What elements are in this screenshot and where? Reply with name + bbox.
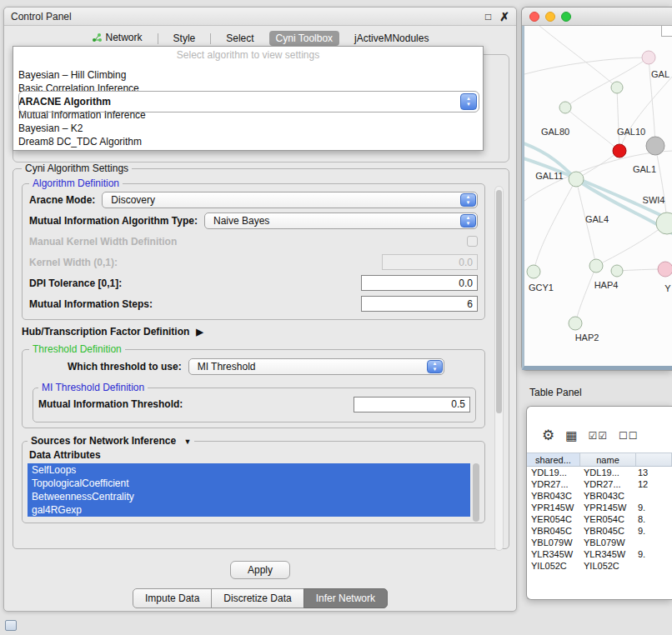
hub-definition-section[interactable]: Hub/Transcription Factor Definition ▶ bbox=[22, 320, 485, 343]
cell: YDR27... bbox=[527, 479, 580, 489]
network-node-highlighted[interactable] bbox=[613, 144, 626, 158]
table-row[interactable]: YIL052C YIL052C bbox=[527, 560, 672, 572]
kernel-width-field[interactable]: 0.0 bbox=[382, 254, 478, 270]
sources-legend[interactable]: Sources for Network Inference ▼ bbox=[28, 435, 194, 447]
gear-icon[interactable]: ⚙ bbox=[542, 427, 554, 444]
cell: 13 bbox=[636, 468, 672, 478]
table-row[interactable]: YLR345W YLR345W 9. bbox=[527, 548, 672, 560]
tab-impute-data[interactable]: Impute Data bbox=[133, 588, 212, 608]
tab-style[interactable]: Style bbox=[167, 31, 203, 46]
network-canvas[interactable]: GAL GAL80 GAL10 GAL11 GAL1 SWI4 GAL4 GCY… bbox=[522, 26, 672, 370]
threshold-definition-group: Threshold Definition Which threshold to … bbox=[22, 343, 485, 428]
tab-separator bbox=[210, 33, 211, 44]
settings-scrollbar-thumb[interactable] bbox=[496, 190, 502, 413]
network-node[interactable] bbox=[559, 102, 571, 113]
aracne-mode-value: Discovery bbox=[111, 194, 155, 206]
network-node[interactable] bbox=[589, 259, 603, 272]
kernel-width-label: Kernel Width (0,1): bbox=[29, 257, 118, 268]
algorithm-item[interactable]: Mutual Information Inference bbox=[13, 108, 483, 122]
table-row[interactable]: YDR27... YDR27... 12 bbox=[527, 478, 672, 490]
mi-type-row: Mutual Information Algorithm Type: Naive… bbox=[29, 210, 478, 231]
mi-threshold-label: Mutual Information Threshold: bbox=[38, 398, 183, 410]
dpi-tolerance-field[interactable]: 0.0 bbox=[361, 275, 478, 291]
tab-discretize-data[interactable]: Discretize Data bbox=[211, 588, 303, 608]
minimized-panel-icon[interactable] bbox=[5, 620, 17, 631]
table-row[interactable]: YDL19... YDL19... 13 bbox=[527, 467, 672, 478]
settings-scrollbar[interactable] bbox=[494, 186, 504, 551]
list-item[interactable]: gal4RGexp bbox=[28, 503, 470, 517]
scrollbar-corner-button[interactable] bbox=[661, 26, 672, 37]
cell: YBR043C bbox=[580, 491, 636, 501]
control-panel-titlebar: Control Panel □ ✗ bbox=[4, 8, 516, 26]
tab-select[interactable]: Select bbox=[219, 31, 260, 46]
network-node[interactable] bbox=[569, 317, 582, 330]
which-threshold-label: Which threshold to use: bbox=[68, 361, 182, 372]
close-icon[interactable]: ✗ bbox=[499, 10, 509, 23]
algorithm-item[interactable]: Bayesian – K2 bbox=[13, 122, 483, 135]
list-item[interactable]: SelfLoops bbox=[28, 463, 470, 477]
mi-steps-field[interactable]: 6 bbox=[361, 296, 478, 312]
list-item[interactable]: BetweennessCentrality bbox=[28, 490, 470, 503]
list-item[interactable]: TopologicalCoefficient bbox=[28, 477, 470, 490]
network-node[interactable] bbox=[611, 265, 623, 277]
cell: YDR27... bbox=[580, 479, 636, 489]
manual-kernel-checkbox[interactable] bbox=[467, 236, 478, 247]
tab-network[interactable]: Network bbox=[85, 30, 149, 47]
tab-cyni-toolbox[interactable]: Cyni Toolbox bbox=[269, 31, 339, 46]
node-label: GAL80 bbox=[541, 127, 569, 137]
cyni-algorithm-settings-group: Cyni Algorithm Settings Algorithm Defini… bbox=[13, 162, 509, 549]
table-row[interactable]: YPR145W YPR145W 9. bbox=[527, 502, 672, 513]
cell: YDL19... bbox=[580, 468, 636, 478]
cell: YBR045C bbox=[580, 526, 636, 536]
data-attributes-label: Data Attributes bbox=[28, 447, 479, 463]
aracne-mode-combo[interactable]: Discovery ▲ ▼ bbox=[102, 192, 478, 208]
cell: YPR145W bbox=[580, 502, 636, 512]
cell: YIL052C bbox=[527, 561, 580, 571]
mi-threshold-row: Mutual Information Threshold: 0.5 bbox=[38, 393, 470, 415]
cell: 9. bbox=[636, 549, 672, 559]
column-header[interactable]: shared... bbox=[527, 453, 580, 466]
network-node[interactable] bbox=[642, 51, 655, 64]
float-window-icon[interactable]: □ bbox=[485, 11, 491, 22]
zoom-traffic-light[interactable] bbox=[561, 12, 571, 22]
mi-type-value: Naive Bayes bbox=[213, 215, 269, 227]
tab-separator bbox=[158, 33, 158, 44]
tab-infer-network[interactable]: Infer Network bbox=[303, 588, 388, 608]
algorithm-item[interactable]: Bayesian – Hill Climbing bbox=[13, 68, 483, 82]
network-node[interactable] bbox=[646, 137, 664, 155]
table-row[interactable]: YBR045C YBR045C 9. bbox=[527, 525, 672, 537]
mi-type-combo[interactable]: Naive Bayes ▲ ▼ bbox=[204, 212, 478, 229]
list-scrollbar[interactable] bbox=[473, 463, 479, 522]
select-all-columns-icon[interactable]: ☑☑ bbox=[588, 430, 608, 442]
cell: YLR345W bbox=[580, 549, 636, 559]
deselect-all-columns-icon[interactable]: ☐☐ bbox=[619, 430, 639, 442]
cell: YDL19... bbox=[527, 468, 580, 478]
columns-icon[interactable]: ▦ bbox=[565, 428, 577, 443]
column-header[interactable] bbox=[636, 453, 672, 466]
network-node[interactable] bbox=[569, 172, 584, 187]
algorithm-item[interactable]: Basic Correlation Inference bbox=[13, 82, 483, 95]
mi-threshold-group: MI Threshold Definition Mutual Informati… bbox=[33, 382, 476, 422]
apply-button[interactable]: Apply bbox=[230, 561, 290, 579]
node-label: GCY1 bbox=[529, 282, 554, 292]
network-node[interactable] bbox=[611, 82, 623, 93]
which-threshold-combo[interactable]: MI Threshold ▲ ▼ bbox=[188, 358, 444, 375]
arrow-down-icon: ▼ bbox=[433, 367, 438, 372]
table-row[interactable]: YER054C YER054C 8. bbox=[527, 513, 672, 525]
network-node[interactable] bbox=[527, 265, 540, 278]
threshold-definition-title: Threshold Definition bbox=[29, 343, 125, 355]
network-node[interactable] bbox=[658, 262, 672, 277]
close-traffic-light[interactable] bbox=[529, 12, 539, 22]
table-body: YDL19... YDL19... 13 YDR27... YDR27... 1… bbox=[527, 467, 672, 572]
tab-jactivemnodules[interactable]: jActiveMNodules bbox=[348, 31, 435, 46]
algorithm-item[interactable]: Dream8 DC_TDC Algorithm bbox=[13, 135, 483, 148]
table-row[interactable]: YBR043C YBR043C bbox=[527, 490, 672, 502]
cell: YBL079W bbox=[580, 538, 636, 548]
minimize-traffic-light[interactable] bbox=[545, 12, 555, 22]
table-row[interactable]: YBL079W YBL079W bbox=[527, 537, 672, 548]
column-header[interactable]: name bbox=[580, 453, 636, 466]
mi-threshold-field[interactable]: 0.5 bbox=[354, 397, 470, 412]
combo-stepper-icon[interactable]: ▲ ▼ bbox=[460, 93, 477, 110]
node-label: GAL4 bbox=[585, 214, 609, 224]
algorithm-item-selected[interactable]: ARACNE Algorithm bbox=[13, 95, 483, 108]
